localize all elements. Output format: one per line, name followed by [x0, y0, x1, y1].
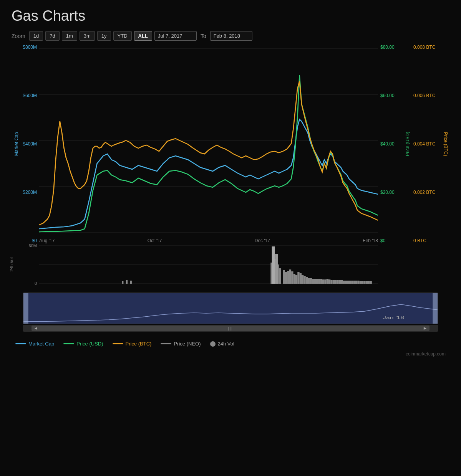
scroll-left-arrow[interactable]: ◄ [34, 326, 38, 331]
zoom-label: Zoom [12, 33, 25, 39]
svg-rect-54 [363, 281, 365, 284]
svg-rect-44 [343, 281, 345, 284]
svg-rect-41 [337, 280, 338, 284]
watermark: coinmarketcap.com [12, 351, 449, 357]
svg-rect-22 [297, 272, 299, 284]
legend-price-btc: Price (BTC) [113, 341, 152, 347]
svg-rect-19 [291, 271, 293, 284]
svg-rect-39 [333, 280, 335, 284]
svg-rect-50 [355, 281, 357, 284]
vol-svg [39, 243, 378, 286]
legend-price-btc-line [113, 343, 123, 344]
date-from-input[interactable] [154, 31, 197, 41]
svg-rect-28 [310, 278, 312, 284]
vol-y-axis: 24h Vol 60M 0 [12, 243, 39, 286]
vol-0: 0 [35, 281, 37, 286]
svg-rect-56 [368, 281, 370, 284]
y-right-usd-40: $40.00 [380, 141, 395, 147]
svg-rect-8 [122, 281, 123, 284]
y-right-btc-title-col: Price (BTC) [442, 45, 449, 243]
svg-rect-26 [306, 277, 308, 284]
x-dec17: Dec '17 [255, 238, 270, 243]
vol-right2 [404, 243, 411, 286]
zoom-1d[interactable]: 1d [29, 31, 43, 41]
date-to-input[interactable] [210, 31, 252, 41]
svg-rect-31 [316, 279, 318, 284]
scroll-right-arrow[interactable]: ► [423, 326, 428, 331]
svg-rect-30 [314, 279, 316, 284]
svg-rect-29 [312, 279, 314, 284]
svg-rect-20 [294, 274, 295, 284]
y-left-600m: $600M [23, 93, 37, 98]
legend: Market Cap Price (USD) Price (BTC) Price… [12, 341, 449, 347]
legend-price-usd: Price (USD) [63, 341, 103, 347]
y-right-btc-title: Price (BTC) [443, 132, 448, 156]
y-axis-right-btc: 0.008 BTC 0.006 BTC 0.004 BTC 0.002 BTC … [411, 45, 442, 243]
vol-60m: 60M [29, 243, 37, 248]
svg-rect-52 [360, 281, 362, 284]
scroll-dots: ||| [228, 326, 233, 331]
svg-rect-36 [327, 279, 328, 284]
nav-chart-container: Jan '18 [23, 293, 438, 324]
svg-rect-59 [275, 254, 278, 284]
vol-svg-col [39, 243, 378, 286]
svg-rect-58 [272, 246, 275, 284]
svg-rect-57 [370, 281, 371, 284]
watermark-text: coinmarketcap.com [406, 351, 446, 357]
y-right-usd-title: Price (USD) [405, 132, 410, 156]
svg-rect-51 [357, 281, 359, 284]
svg-rect-47 [349, 281, 351, 284]
main-svg [39, 45, 378, 236]
svg-rect-27 [308, 278, 310, 284]
chart-section: Market Cap $800M $600M $400M $200M $0 Au… [12, 45, 449, 243]
y-left-400m: $400M [23, 141, 37, 147]
svg-rect-60 [23, 293, 438, 324]
y-left-800m: $800M [23, 45, 37, 50]
svg-text:Jan '18: Jan '18 [383, 315, 404, 320]
legend-market-cap-line [15, 343, 26, 344]
vol-right4 [442, 243, 449, 286]
svg-rect-25 [303, 276, 305, 284]
y-right-usd-title-col: Price (USD) [404, 45, 411, 243]
legend-price-usd-line [63, 343, 74, 344]
zoom-all[interactable]: ALL [134, 31, 152, 41]
legend-price-usd-label: Price (USD) [76, 341, 103, 347]
svg-rect-49 [353, 281, 355, 284]
zoom-ytd[interactable]: YTD [113, 31, 132, 41]
svg-rect-16 [285, 272, 287, 284]
y-right-usd-20: $20.00 [380, 190, 395, 195]
svg-rect-33 [320, 279, 322, 284]
zoom-7d[interactable]: 7d [45, 31, 59, 41]
zoom-1m[interactable]: 1m [62, 31, 77, 41]
x-feb18: Feb '18 [363, 238, 378, 243]
svg-rect-14 [279, 268, 281, 284]
y-right-btc-008: 0.008 BTC [413, 45, 435, 50]
vol-chart-section: 24h Vol 60M 0 [12, 243, 449, 286]
main-chart-area: Aug '17 Oct '17 Dec '17 Feb '18 [39, 45, 378, 243]
svg-rect-42 [339, 280, 341, 284]
zoom-3m[interactable]: 3m [80, 31, 95, 41]
svg-rect-15 [283, 270, 285, 284]
svg-rect-45 [345, 281, 347, 284]
legend-24h-vol-dot [210, 341, 216, 347]
nav-scrollbar[interactable]: ◄ ||| ► [23, 325, 438, 332]
legend-24h-vol-label: 24h Vol [218, 341, 234, 347]
svg-rect-53 [362, 281, 363, 284]
svg-rect-21 [295, 275, 297, 284]
svg-rect-55 [366, 281, 368, 284]
y-axis-right-usd: $80.00 $60.00 $40.00 $20.00 $0 [378, 45, 404, 243]
legend-price-neo-label: Price (NEO) [174, 341, 201, 347]
scroll-thumb[interactable]: ◄ ||| ► [32, 326, 430, 331]
y-right-usd-60: $60.00 [380, 93, 395, 98]
svg-rect-10 [130, 281, 132, 284]
legend-market-cap-label: Market Cap [28, 341, 54, 347]
svg-rect-32 [318, 279, 320, 284]
legend-24h-vol: 24h Vol [210, 341, 234, 347]
zoom-1y[interactable]: 1y [97, 31, 111, 41]
nav-chart-svg: Jan '18 [23, 293, 438, 324]
page-title: Gas Charts [12, 8, 449, 24]
svg-rect-9 [126, 280, 128, 284]
zoom-bar: Zoom 1d 7d 1m 3m 1y YTD ALL To [12, 31, 449, 41]
svg-rect-43 [341, 280, 343, 284]
vol-right1 [378, 243, 404, 286]
